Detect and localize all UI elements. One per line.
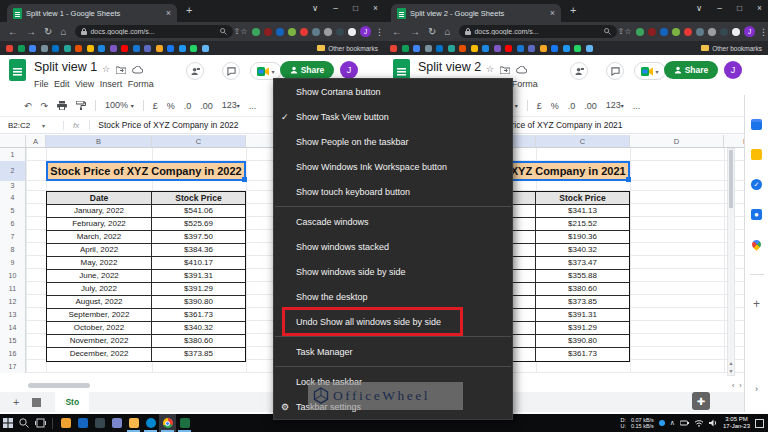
column-header[interactable]: C [536, 135, 630, 148]
favicon[interactable] [288, 28, 296, 36]
favicon[interactable] [672, 28, 680, 36]
favicon[interactable] [494, 45, 501, 52]
favicon[interactable] [425, 45, 432, 52]
table-cell[interactable]: $340.32 [152, 322, 245, 335]
table-cell[interactable]: $215.52 [536, 218, 629, 231]
context-menu-item[interactable]: Cascade windows [274, 209, 512, 234]
bookmark-star-icon[interactable]: ☆ [624, 27, 631, 36]
row-header[interactable]: 15 [0, 334, 26, 347]
context-menu-item[interactable]: Show touch keyboard button [274, 179, 512, 204]
app-blue-taskbar-icon[interactable] [74, 414, 91, 432]
home-icon[interactable]: ⌂ [444, 27, 450, 37]
row-header[interactable]: 3 [0, 181, 26, 191]
table-cell[interactable]: $190.36 [536, 231, 629, 244]
row-header[interactable]: 2 [0, 161, 26, 181]
more-toolbar-icon[interactable]: ... [249, 101, 257, 111]
favicon[interactable] [563, 45, 570, 52]
address-bar[interactable]: docs.google.com/s... [459, 25, 617, 38]
star-icon[interactable]: ☆ [102, 64, 110, 74]
add-sheet-button[interactable]: + [13, 396, 19, 408]
close-button[interactable]: × [757, 3, 762, 13]
increase-decimal-button[interactable]: .00 [584, 101, 597, 111]
row-header[interactable]: 7 [0, 230, 26, 243]
table-cell[interactable]: December, 2022 [47, 348, 152, 361]
account-avatar[interactable]: J [724, 61, 742, 79]
forward-icon[interactable]: → [26, 27, 36, 37]
tab-close-icon[interactable]: × [166, 9, 171, 18]
share-page-icon[interactable]: ⇪ [617, 27, 624, 36]
comment-icon[interactable] [606, 62, 624, 80]
file-explorer-taskbar-icon[interactable] [125, 414, 142, 432]
share-page-icon[interactable]: ⇪ [233, 27, 240, 36]
favicon[interactable] [574, 45, 581, 52]
reload-icon[interactable]: ↻ [428, 27, 436, 37]
table-header-cell[interactable]: Date [47, 192, 152, 205]
window-chevron-icon[interactable]: ∨ [312, 3, 318, 13]
scroll-down-icon[interactable]: ▼ [728, 368, 734, 374]
table-cell[interactable]: $355.88 [536, 270, 629, 283]
side-panel-item[interactable] [745, 139, 768, 169]
favicon[interactable] [636, 28, 644, 36]
row-header[interactable]: 9 [0, 256, 26, 269]
table-cell[interactable]: $341.13 [536, 205, 629, 218]
increase-decimal-button[interactable]: .00 [200, 101, 213, 111]
table-cell[interactable]: $380.60 [536, 283, 629, 296]
cloud-status-icon[interactable] [516, 66, 527, 74]
favicon[interactable] [482, 45, 489, 52]
row-header[interactable]: 5 [0, 204, 26, 217]
row-header[interactable]: 10 [0, 269, 26, 282]
tasks-icon[interactable]: ✓ [751, 179, 762, 190]
context-menu-item[interactable]: Show windows side by side [274, 259, 512, 284]
version-history-icon[interactable] [186, 62, 204, 80]
redo-icon[interactable]: ↷ [41, 101, 49, 111]
favicon[interactable] [540, 45, 547, 52]
favicon[interactable] [312, 28, 320, 36]
meet-icon[interactable]: ▾ [634, 62, 666, 80]
selection-handle[interactable] [626, 177, 631, 182]
favicon[interactable] [586, 45, 593, 52]
document-title[interactable]: Split view 1 [34, 60, 97, 74]
side-panel-item[interactable]: ✓ [745, 169, 768, 199]
favicon[interactable] [471, 45, 478, 52]
row-header[interactable]: 11 [0, 282, 26, 295]
side-panel-item[interactable] [745, 229, 768, 259]
reload-icon[interactable]: ↻ [44, 27, 52, 37]
move-folder-icon[interactable] [500, 66, 510, 74]
context-menu-item[interactable]: Task Manager [274, 339, 512, 364]
calendar-icon[interactable] [751, 119, 762, 130]
favicon[interactable] [75, 45, 82, 52]
favicon[interactable] [264, 28, 272, 36]
table-cell[interactable]: $340.32 [536, 244, 629, 257]
decrease-decimal-button[interactable]: .0 [568, 101, 576, 111]
favicon[interactable] [6, 45, 13, 52]
version-history-icon[interactable] [570, 62, 588, 80]
new-tab-button[interactable]: + [186, 4, 192, 16]
search-icon[interactable] [220, 28, 227, 35]
maps-icon[interactable] [750, 238, 763, 251]
favicon[interactable] [402, 45, 409, 52]
horizontal-scrollbar[interactable] [28, 383, 90, 388]
bookmark-star-icon[interactable]: ☆ [240, 27, 247, 36]
context-menu-item[interactable]: Show People on the taskbar [274, 129, 512, 154]
table-cell[interactable]: $391.31 [152, 270, 245, 283]
table-cell[interactable]: $397.50 [152, 231, 245, 244]
favicon[interactable] [41, 45, 48, 52]
favicon[interactable] [156, 45, 163, 52]
favicon[interactable] [448, 45, 455, 52]
favicon[interactable] [64, 45, 71, 52]
column-header[interactable]: B [46, 135, 152, 148]
favicon[interactable] [144, 45, 151, 52]
maximize-button[interactable]: □ [353, 3, 358, 13]
account-avatar[interactable]: J [340, 61, 358, 79]
decrease-decimal-button[interactable]: .0 [184, 101, 192, 111]
row-header[interactable]: 17 [0, 360, 26, 373]
favicon[interactable] [52, 45, 59, 52]
favicon[interactable] [528, 45, 535, 52]
favicon[interactable] [202, 45, 209, 52]
table-cell[interactable]: September, 2022 [47, 309, 152, 322]
number-format-button[interactable]: 123▾ [606, 100, 624, 111]
table-cell[interactable]: May, 2022 [47, 257, 152, 270]
document-title[interactable]: Split view 2 [418, 60, 481, 74]
maximize-button[interactable]: □ [737, 3, 742, 13]
favicon[interactable] [413, 45, 420, 52]
